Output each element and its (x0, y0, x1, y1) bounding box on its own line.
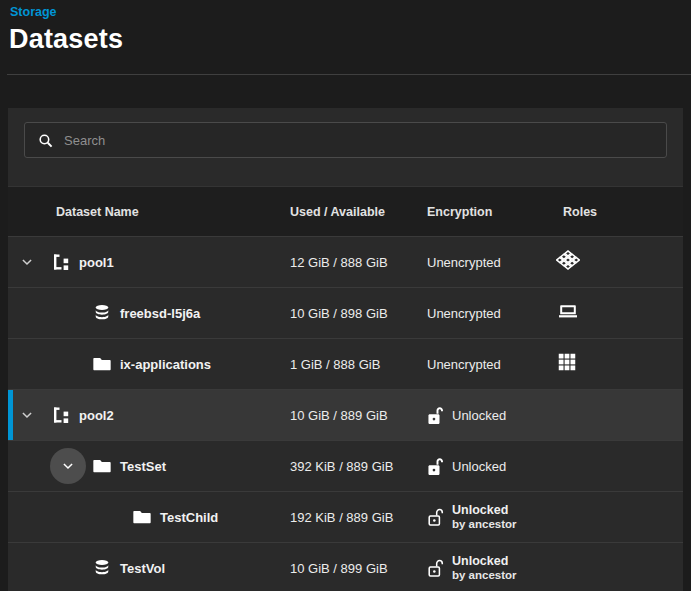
search-box[interactable] (24, 122, 667, 158)
used-available-value: 10 GiB / 899 GiB (290, 561, 427, 576)
apps-grid-icon (556, 351, 578, 377)
folder-icon (132, 507, 152, 527)
search-input[interactable] (64, 133, 656, 148)
used-available-value: 192 KiB / 889 GiB (290, 510, 427, 525)
lock-open-outline-icon (427, 507, 444, 528)
encryption-status: Unlocked (452, 503, 517, 517)
used-available-value: 392 KiB / 889 GiB (290, 459, 427, 474)
column-header-roles: Roles (555, 205, 683, 219)
table-row-ix-applications[interactable]: ix-applications 1 GiB / 888 GiB Unencryp… (8, 338, 683, 389)
lock-open-icon (427, 456, 444, 477)
table-header: Dataset Name Used / Available Encryption… (8, 186, 683, 236)
laptop-icon (556, 299, 580, 327)
collapse-row-button[interactable] (9, 244, 45, 280)
encryption-substatus: by ancestor (452, 518, 517, 531)
weave-icon (556, 248, 580, 276)
encryption-status: Unencrypted (427, 255, 501, 270)
column-header-encryption: Encryption (427, 205, 555, 219)
table-row-testvol[interactable]: TestVol 10 GiB / 899 GiB Unlocked by anc… (8, 542, 683, 591)
dataset-name: pool1 (79, 255, 114, 270)
table-row-testset[interactable]: TestSet 392 KiB / 889 GiB Unlocked (8, 440, 683, 491)
datasets-card: Dataset Name Used / Available Encryption… (8, 108, 683, 591)
lock-open-icon (427, 405, 444, 426)
used-available-value: 10 GiB / 898 GiB (290, 306, 427, 321)
dataset-name: TestVol (120, 561, 165, 576)
collapse-row-button[interactable] (50, 448, 86, 484)
dataset-name: TestSet (120, 459, 166, 474)
table-row-testchild[interactable]: TestChild 192 KiB / 889 GiB Unlocked by … (8, 491, 683, 542)
dataset-name: ix-applications (120, 357, 211, 372)
selected-row-indicator (8, 390, 13, 440)
expander-spacer (50, 550, 86, 586)
encryption-status: Unencrypted (427, 306, 501, 321)
used-available-value: 10 GiB / 889 GiB (290, 408, 427, 423)
database-icon (92, 303, 112, 323)
search-section (8, 122, 683, 186)
table-row-pool2[interactable]: pool2 10 GiB / 889 GiB Unlocked (8, 389, 683, 440)
column-header-used-available: Used / Available (290, 205, 427, 219)
breadcrumb-storage-link[interactable]: Storage (10, 5, 57, 19)
expander-spacer (50, 295, 86, 331)
chevron-down-icon (20, 255, 34, 269)
header-divider (7, 74, 691, 75)
dataset-name: freebsd-l5j6a (120, 306, 200, 321)
datasets-page: Storage Datasets Dataset Name Used / Ava… (0, 0, 691, 591)
search-icon (37, 132, 54, 149)
encryption-status: Unlocked (452, 459, 506, 474)
expander-spacer (50, 346, 86, 382)
dataset-tree-icon (51, 252, 71, 272)
used-available-value: 12 GiB / 888 GiB (290, 255, 427, 270)
encryption-substatus: by ancestor (452, 569, 517, 582)
expander-spacer (90, 499, 126, 535)
encryption-status: Unlocked (452, 554, 517, 568)
used-available-value: 1 GiB / 888 GiB (290, 357, 427, 372)
table-row-pool1[interactable]: pool1 12 GiB / 888 GiB Unencrypted (8, 236, 683, 287)
dataset-name: TestChild (160, 510, 218, 525)
database-icon (92, 558, 112, 578)
table-row-freebsd-l5j6a[interactable]: freebsd-l5j6a 10 GiB / 898 GiB Unencrypt… (8, 287, 683, 338)
encryption-status: Unlocked (452, 408, 506, 423)
folder-icon (92, 354, 112, 374)
encryption-status: Unencrypted (427, 357, 501, 372)
chevron-down-icon (20, 408, 34, 422)
chevron-down-icon (61, 459, 75, 473)
dataset-name: pool2 (79, 408, 114, 423)
collapse-row-button[interactable] (9, 397, 45, 433)
lock-open-outline-icon (427, 558, 444, 579)
page-title: Datasets (9, 24, 123, 55)
column-header-dataset-name: Dataset Name (8, 205, 290, 219)
folder-icon (92, 456, 112, 476)
dataset-tree-icon (51, 405, 71, 425)
